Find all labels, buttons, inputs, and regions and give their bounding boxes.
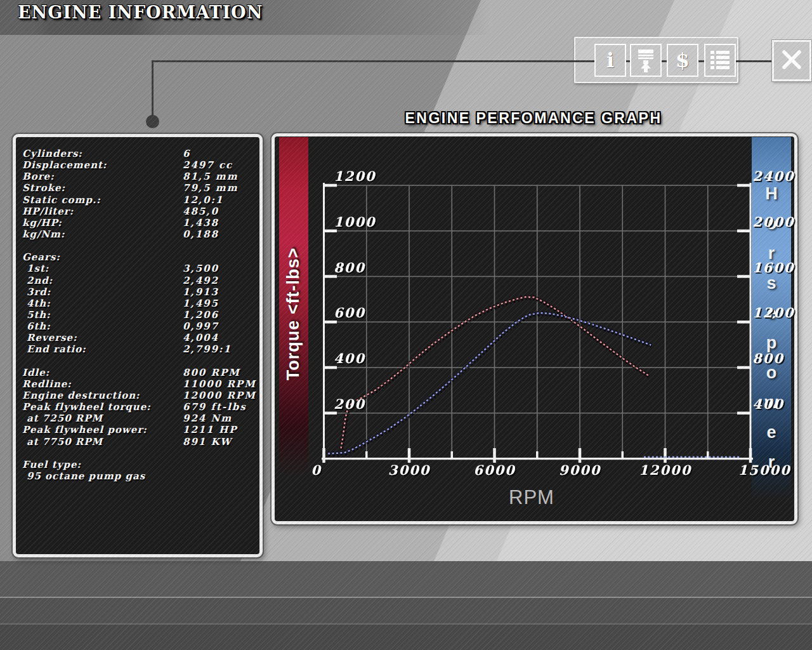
dollar-icon: $	[676, 50, 690, 70]
bottom-divider-line	[0, 597, 812, 598]
spec-row: 2nd:2,492	[16, 275, 259, 286]
spec-row: Displacement:2497 cc	[16, 159, 259, 171]
spec-label: 3rd:	[27, 286, 51, 298]
spec-row: Engine destruction:12000 RPM	[16, 390, 259, 401]
spec-row: at 7250 RPM924 Nm	[16, 413, 259, 424]
engine-button[interactable]	[630, 44, 662, 77]
spec-row: Cylinders:6	[16, 148, 259, 159]
spec-value: 11000 RPM	[183, 378, 256, 390]
spec-row: HP/liter:485,0	[16, 206, 259, 217]
spec-value: 12000 RPM	[183, 390, 256, 401]
spec-row: Fuel type:	[16, 459, 259, 470]
bottom-divider-line-2	[0, 623, 812, 625]
spec-value: 3,500	[183, 263, 219, 274]
connector-dot	[146, 115, 159, 128]
bottom-band	[0, 561, 812, 650]
performance-graph-panel	[272, 133, 797, 524]
spec-label: Peak flywheel power:	[22, 424, 147, 435]
spec-row: Bore:81,5 mm	[16, 171, 259, 182]
spec-row: at 7750 RPM891 KW	[16, 436, 259, 448]
spec-value: 4,004	[183, 332, 219, 343]
spec-value: 1,495	[183, 298, 219, 309]
spec-label: Peak flywheel torque:	[22, 401, 151, 413]
spec-value: 800 RPM	[183, 367, 240, 378]
engine-specs-list: Cylinders:6Displacement:2497 ccBore:81,5…	[16, 137, 259, 482]
spec-label: End ratio:	[27, 343, 86, 355]
spec-row: 1st:3,500	[16, 263, 259, 274]
spec-label: 6th:	[27, 321, 51, 332]
rpm-axis-label: RPM	[468, 486, 595, 509]
graph-title: ENGINE PERFOMANCE GRAPH	[355, 110, 712, 127]
spec-row: End ratio:2,799:1	[16, 343, 259, 355]
info-icon: i	[606, 50, 614, 70]
spec-label: Bore:	[22, 171, 55, 182]
spec-row: 3rd:1,913	[16, 286, 259, 298]
spec-value: 679 ft-lbs	[183, 401, 247, 413]
spec-row: 4th:1,495	[16, 298, 259, 309]
piston-icon	[634, 48, 657, 73]
spec-row: Peak flywheel torque:679 ft-lbs	[16, 401, 259, 413]
spec-label: Cylinders:	[22, 148, 82, 159]
horsepower-axis-label: Horsepower	[752, 179, 791, 477]
spec-label: 2nd:	[27, 275, 53, 286]
info-button[interactable]: i	[594, 44, 626, 77]
spec-row-spacer	[16, 240, 259, 251]
spec-label: Gears:	[22, 251, 60, 263]
spec-row: 5th:1,206	[16, 309, 259, 321]
close-icon	[781, 49, 802, 73]
spec-value: 2,799:1	[183, 343, 232, 355]
spec-label: 5th:	[27, 309, 51, 321]
connector-line-vertical	[152, 60, 154, 117]
engine-information-screen: ENGINE INFORMATION i$ Cylinders:6Displac…	[0, 0, 812, 650]
spec-label: Stroke:	[22, 182, 65, 194]
spec-row: Gears:	[16, 251, 259, 263]
spec-value: 1211 HP	[183, 424, 237, 435]
spec-label: Displacement:	[22, 159, 107, 171]
spec-value: 79,5 mm	[183, 182, 239, 194]
spec-value: 1,206	[183, 309, 219, 321]
page-title: ENGINE INFORMATION	[18, 3, 263, 22]
spec-value: 891 KW	[183, 436, 232, 448]
spec-row: Peak flywheel power:1211 HP	[16, 424, 259, 435]
spec-row: 95 octane pump gas	[16, 470, 259, 482]
spec-value: 81,5 mm	[183, 171, 239, 182]
spec-value: 6	[183, 148, 190, 159]
spec-row-spacer	[16, 448, 259, 459]
spec-value: 2,492	[183, 275, 219, 286]
spec-value: 12,0:1	[183, 194, 224, 206]
spec-value: 485,0	[183, 206, 219, 217]
spec-label: Reverse:	[27, 332, 77, 343]
spec-label: Fuel type:	[22, 459, 81, 470]
close-button[interactable]	[772, 40, 811, 81]
spec-label: at 7750 RPM	[27, 436, 103, 448]
spec-label: at 7250 RPM	[27, 413, 103, 424]
spec-label: HP/liter:	[22, 206, 74, 217]
list-button[interactable]	[704, 44, 736, 77]
spec-row-spacer	[16, 355, 259, 367]
spec-row: Redline:11000 RPM	[16, 378, 259, 390]
spec-label: kg/Nm:	[22, 229, 65, 240]
spec-value: 0,997	[183, 321, 219, 332]
spec-value: 1,913	[183, 286, 219, 298]
spec-label: 4th:	[27, 298, 51, 309]
spec-row: 6th:0,997	[16, 321, 259, 332]
spec-value: 2497 cc	[183, 159, 233, 171]
spec-row: Static comp.:12,0:1	[16, 194, 259, 206]
spec-row: Reverse:4,004	[16, 332, 259, 343]
price-button[interactable]: $	[667, 44, 698, 77]
spec-label: Redline:	[22, 378, 72, 390]
horsepower-axis-bar: Horsepower	[752, 137, 791, 513]
torque-axis-bar: Torque <ft-lbs>	[279, 137, 308, 490]
spec-row: Idle:800 RPM	[16, 367, 259, 378]
spec-label: 95 octane pump gas	[27, 470, 145, 482]
spec-label: kg/HP:	[22, 217, 62, 229]
spec-label: Idle:	[22, 367, 49, 378]
spec-label: Static comp.:	[22, 194, 101, 206]
torque-axis-label: Torque <ft-lbs>	[284, 247, 304, 380]
spec-value: 0,188	[183, 229, 219, 240]
spec-row: Stroke:79,5 mm	[16, 182, 259, 194]
spec-value: 1,438	[183, 217, 219, 229]
spec-label: 1st:	[27, 263, 49, 274]
spec-row: kg/Nm:0,188	[16, 229, 259, 240]
spec-value: 924 Nm	[183, 413, 232, 424]
